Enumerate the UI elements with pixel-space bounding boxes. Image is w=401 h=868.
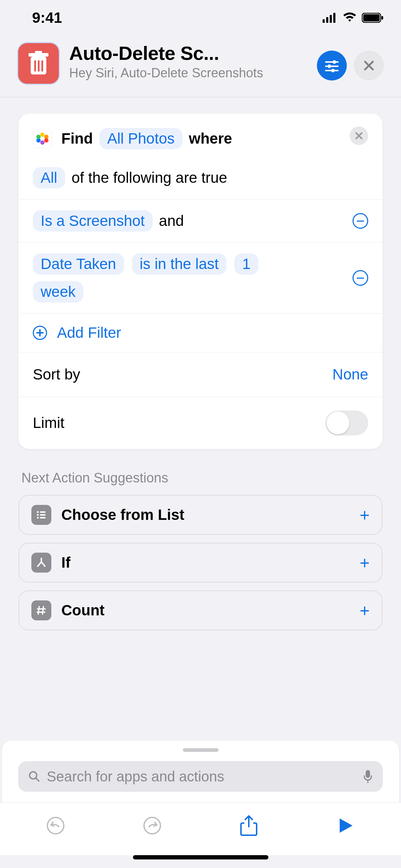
undo-icon bbox=[46, 816, 65, 835]
share-icon bbox=[240, 815, 258, 837]
list-icon bbox=[31, 505, 51, 525]
suggestion-item[interactable]: Count + bbox=[19, 590, 382, 630]
filter-condition: Date Taken is in the last 1 week bbox=[19, 242, 382, 313]
suggestion-label: If bbox=[61, 554, 350, 571]
svg-point-24 bbox=[40, 140, 45, 145]
svg-line-35 bbox=[38, 606, 39, 615]
share-button[interactable] bbox=[238, 815, 259, 836]
sort-by-row[interactable]: Sort by None bbox=[19, 352, 382, 397]
redo-icon bbox=[143, 816, 162, 835]
sort-by-label: Sort by bbox=[33, 366, 80, 383]
svg-rect-2 bbox=[330, 15, 332, 23]
svg-rect-0 bbox=[323, 19, 325, 23]
cellular-icon bbox=[323, 9, 338, 26]
suggestion-label: Choose from List bbox=[61, 506, 350, 523]
add-suggestion-button[interactable]: + bbox=[360, 553, 370, 573]
hash-icon bbox=[31, 600, 51, 620]
sheet-grabber[interactable] bbox=[183, 748, 219, 752]
limit-label: Limit bbox=[33, 414, 65, 432]
svg-point-33 bbox=[37, 517, 39, 519]
svg-point-21 bbox=[40, 133, 45, 137]
play-icon bbox=[337, 817, 354, 834]
home-indicator[interactable] bbox=[133, 855, 268, 859]
svg-point-26 bbox=[36, 135, 41, 139]
filter-token[interactable]: Is a Screenshot bbox=[33, 210, 153, 232]
find-label: Find bbox=[61, 130, 93, 147]
close-icon bbox=[355, 131, 363, 140]
trash-icon bbox=[28, 51, 49, 76]
suggestions-header: Next Action Suggestions bbox=[21, 470, 380, 486]
shortcut-icon[interactable] bbox=[17, 42, 60, 85]
redo-button[interactable] bbox=[142, 815, 163, 836]
suggestion-item[interactable]: If + bbox=[19, 543, 382, 583]
filter-condition: Is a Screenshot and bbox=[19, 199, 382, 242]
remove-filter-button[interactable] bbox=[353, 270, 368, 286]
filter-joiner: and bbox=[159, 212, 184, 229]
svg-point-18 bbox=[331, 69, 335, 72]
filter-token[interactable]: week bbox=[33, 281, 83, 303]
shortcut-title[interactable]: Auto-Delete Sc... bbox=[69, 42, 308, 64]
svg-point-44 bbox=[144, 817, 160, 834]
svg-point-31 bbox=[37, 514, 39, 516]
filter-token[interactable]: 1 bbox=[234, 253, 258, 275]
svg-rect-9 bbox=[35, 51, 42, 54]
action-header-row: Find All Photos where All of the followi… bbox=[19, 114, 382, 199]
add-suggestion-button[interactable]: + bbox=[360, 601, 370, 620]
run-button[interactable] bbox=[335, 815, 356, 836]
svg-rect-1 bbox=[326, 17, 328, 23]
search-icon bbox=[28, 770, 40, 782]
settings-button[interactable] bbox=[317, 51, 347, 81]
add-suggestion-button[interactable]: + bbox=[360, 505, 370, 525]
svg-line-40 bbox=[36, 778, 39, 781]
wifi-icon bbox=[343, 9, 357, 26]
search-bar[interactable]: Search for apps and actions bbox=[18, 761, 383, 792]
limit-row: Limit bbox=[19, 397, 382, 449]
plus-circle-icon bbox=[33, 326, 47, 340]
svg-point-43 bbox=[47, 817, 64, 834]
limit-switch[interactable] bbox=[325, 410, 368, 435]
sort-by-value[interactable]: None bbox=[333, 366, 368, 383]
svg-rect-11 bbox=[38, 60, 40, 72]
svg-rect-32 bbox=[40, 514, 46, 516]
svg-rect-30 bbox=[40, 511, 46, 513]
status-bar: 9:41 bbox=[0, 0, 401, 36]
svg-rect-5 bbox=[363, 14, 380, 21]
where-label: where bbox=[189, 130, 232, 147]
branch-icon bbox=[31, 553, 51, 573]
suggestion-label: Count bbox=[61, 602, 350, 619]
filter-token[interactable]: is in the last bbox=[132, 253, 227, 275]
close-button[interactable] bbox=[354, 51, 384, 81]
suggestion-item[interactable]: Choose from List + bbox=[19, 495, 382, 535]
sliders-icon bbox=[324, 58, 339, 73]
svg-point-29 bbox=[37, 511, 39, 513]
svg-line-36 bbox=[42, 606, 43, 615]
add-filter-label: Add Filter bbox=[57, 324, 121, 341]
add-filter-button[interactable]: Add Filter bbox=[19, 313, 382, 352]
close-icon bbox=[363, 60, 375, 71]
dictation-icon[interactable] bbox=[363, 769, 373, 784]
svg-rect-3 bbox=[333, 13, 335, 23]
shortcut-header: Auto-Delete Sc... Hey Siri, Auto-Delete … bbox=[0, 36, 401, 97]
undo-button[interactable] bbox=[45, 815, 66, 836]
svg-rect-41 bbox=[366, 770, 370, 778]
source-token[interactable]: All Photos bbox=[99, 128, 182, 149]
scope-token[interactable]: All bbox=[33, 167, 65, 188]
svg-point-14 bbox=[333, 60, 336, 64]
action-sheet[interactable]: Search for apps and actions bbox=[1, 740, 400, 802]
search-placeholder: Search for apps and actions bbox=[47, 769, 356, 785]
shortcut-subtitle: Hey Siri, Auto-Delete Screenshots bbox=[69, 65, 308, 82]
bottom-toolbar bbox=[0, 802, 401, 855]
scope-suffix: of the following are true bbox=[72, 169, 227, 186]
svg-rect-10 bbox=[34, 60, 36, 72]
svg-point-16 bbox=[328, 64, 331, 68]
remove-filter-button[interactable] bbox=[353, 213, 368, 229]
svg-point-23 bbox=[44, 138, 48, 143]
status-time: 9:41 bbox=[32, 9, 62, 26]
svg-rect-34 bbox=[40, 517, 46, 518]
editor-content: Find All Photos where All of the followi… bbox=[0, 97, 401, 740]
remove-action-button[interactable] bbox=[350, 126, 368, 145]
battery-icon bbox=[362, 9, 384, 26]
filter-token[interactable]: Date Taken bbox=[33, 253, 124, 275]
svg-rect-12 bbox=[41, 60, 43, 72]
photos-app-icon bbox=[33, 129, 52, 148]
